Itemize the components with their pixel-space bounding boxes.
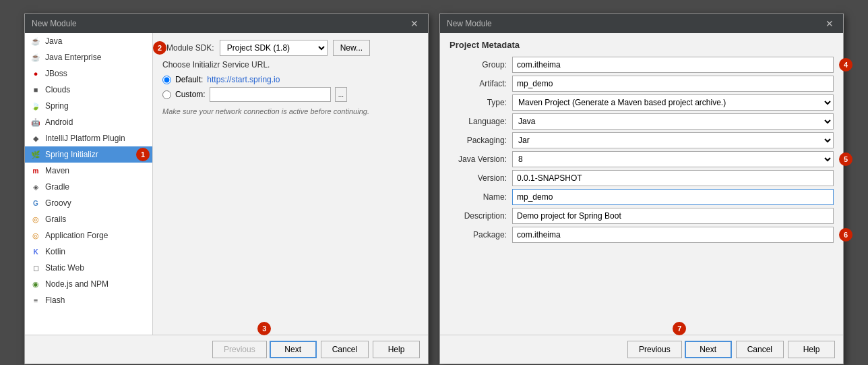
group-input[interactable] — [512, 57, 834, 73]
type-select[interactable]: Maven Project (Generate a Maven based pr… — [512, 94, 834, 111]
sdk-label: Module SDK: — [166, 43, 214, 53]
version-field-row: Version: — [450, 170, 834, 186]
sidebar-item-grails[interactable]: ◎ Grails — [25, 211, 152, 227]
dialog2-close-button[interactable]: ✕ — [823, 18, 836, 29]
annotation-6: 6 — [839, 228, 852, 242]
dialog2-next-button[interactable]: Next — [685, 341, 732, 358]
description-label: Description: — [450, 211, 507, 221]
custom-url-input[interactable] — [210, 87, 331, 102]
dialog2-cancel-button[interactable]: Cancel — [736, 341, 784, 358]
flash-icon: ≡ — [30, 295, 41, 306]
sdk-new-button[interactable]: New... — [333, 40, 370, 56]
package-label: Package: — [450, 230, 507, 240]
default-radio-label: Default: — [175, 75, 203, 84]
dialog1-sidebar: ☕ Java ☕ Java Enterprise ● JBoss ■ Cloud… — [25, 33, 153, 335]
sidebar-item-spring[interactable]: 🍃 Spring — [25, 98, 152, 114]
dialog1-content: 2 Module SDK: Project SDK (1.8) New... C… — [153, 33, 428, 335]
sidebar-item-kotlin[interactable]: K Kotlin — [25, 244, 152, 260]
sidebar-item-intellij[interactable]: ◆ IntelliJ Platform Plugin — [25, 130, 152, 146]
group-field-row: Group: 4 — [450, 57, 834, 73]
default-radio[interactable] — [162, 76, 171, 84]
language-field-row: Language: Java — [450, 113, 834, 130]
version-label: Version: — [450, 173, 507, 183]
dialog2-title: New Module — [447, 19, 492, 28]
dialog1-titlebar: New Module ✕ — [25, 14, 428, 33]
spring-icon: 🍃 — [30, 101, 41, 111]
java-version-label: Java Version: — [450, 155, 507, 164]
application-forge-icon: ◎ — [30, 230, 41, 241]
spring-initializr-icon: 🌿 — [30, 149, 41, 160]
sidebar-item-groovy[interactable]: G Groovy — [25, 195, 152, 211]
annotation-3: 3 — [257, 322, 271, 335]
dialog2-content: Project Metadata Group: 4 Artifact: Type… — [440, 33, 843, 335]
sidebar-item-application-forge[interactable]: ◎ Application Forge — [25, 227, 152, 244]
type-label: Type: — [450, 98, 507, 107]
sidebar-item-maven[interactable]: m Maven — [25, 163, 152, 179]
dialog2-previous-button[interactable]: Previous — [627, 341, 682, 358]
sidebar-item-java-label: Java — [45, 36, 62, 46]
custom-url-browse-button[interactable]: ... — [335, 87, 347, 102]
choose-url-label: Choose Initializr Service URL. — [162, 60, 418, 69]
packaging-label: Packaging: — [450, 136, 507, 145]
sidebar-item-intellij-label: IntelliJ Platform Plugin — [45, 134, 125, 143]
name-input[interactable] — [512, 189, 834, 205]
packaging-select[interactable]: Jar — [512, 132, 834, 148]
section-title: Project Metadata — [450, 40, 834, 50]
sidebar-item-nodejs[interactable]: ◉ Node.js and NPM — [25, 276, 152, 292]
version-input[interactable] — [512, 170, 834, 186]
sidebar-item-static-web[interactable]: ◻ Static Web — [25, 260, 152, 276]
language-select[interactable]: Java — [512, 113, 834, 130]
dialog1-next-button[interactable]: Next — [270, 341, 317, 358]
sidebar-item-java[interactable]: ☕ Java — [25, 33, 152, 49]
java-version-select[interactable]: 8 — [512, 151, 834, 167]
android-icon: 🤖 — [30, 117, 41, 128]
dialog2-body: Project Metadata Group: 4 Artifact: Type… — [440, 33, 843, 335]
sidebar-item-android[interactable]: 🤖 Android — [25, 114, 152, 130]
dialog1-previous-button[interactable]: Previous — [212, 341, 267, 358]
default-url-link[interactable]: https://start.spring.io — [207, 75, 280, 84]
language-label: Language: — [450, 117, 507, 126]
custom-radio-row: Custom: ... — [162, 87, 418, 102]
sidebar-item-flash-label: Flash — [45, 296, 65, 305]
default-radio-row: Default: https://start.spring.io — [162, 75, 418, 84]
sidebar-item-spring-label: Spring — [45, 101, 69, 111]
sidebar-item-spring-initializr-label: Spring Initializr — [45, 150, 98, 159]
packaging-field-row: Packaging: Jar — [450, 132, 834, 148]
description-field-row: Description: — [450, 208, 834, 224]
sidebar-item-application-forge-label: Application Forge — [45, 231, 108, 240]
dialog1-help-button[interactable]: Help — [373, 341, 420, 358]
description-input[interactable] — [512, 208, 834, 224]
sidebar-item-kotlin-label: Kotlin — [45, 247, 65, 256]
sidebar-item-spring-initializr[interactable]: 🌿 Spring Initializr 1 — [25, 146, 152, 163]
artifact-input[interactable] — [512, 76, 834, 92]
sidebar-item-clouds[interactable]: ■ Clouds — [25, 82, 152, 98]
annotation-7: 7 — [673, 322, 686, 335]
custom-radio[interactable] — [162, 90, 171, 99]
sidebar-item-grails-label: Grails — [45, 215, 66, 224]
dialog2: New Module ✕ Project Metadata Group: 4 A… — [439, 13, 844, 364]
sidebar-item-jboss-label: JBoss — [45, 69, 67, 78]
dialog1-close-button[interactable]: ✕ — [408, 18, 421, 29]
sidebar-item-groovy-label: Groovy — [45, 198, 71, 208]
sdk-row: 2 Module SDK: Project SDK (1.8) New... — [162, 40, 418, 56]
dialog1-title: New Module — [32, 19, 77, 28]
sidebar-item-jboss[interactable]: ● JBoss — [25, 65, 152, 82]
sidebar-item-flash[interactable]: ≡ Flash — [25, 292, 152, 308]
sdk-select[interactable]: Project SDK (1.8) — [220, 40, 328, 56]
group-label: Group: — [450, 60, 507, 69]
sidebar-item-java-enterprise[interactable]: ☕ Java Enterprise — [25, 49, 152, 65]
dialog1-footer: 3 Previous Next Cancel Help — [25, 335, 428, 364]
name-label: Name: — [450, 192, 507, 202]
artifact-field-row: Artifact: — [450, 76, 834, 92]
dialog1-cancel-button[interactable]: Cancel — [321, 341, 369, 358]
type-field-row: Type: Maven Project (Generate a Maven ba… — [450, 94, 834, 111]
dialog2-titlebar: New Module ✕ — [440, 14, 843, 33]
java-icon: ☕ — [30, 36, 41, 47]
grails-icon: ◎ — [30, 214, 41, 225]
annotation-2: 2 — [153, 41, 166, 55]
sidebar-item-gradle[interactable]: ◈ Gradle — [25, 179, 152, 195]
jboss-icon: ● — [30, 68, 41, 79]
kotlin-icon: K — [30, 246, 41, 257]
dialog2-help-button[interactable]: Help — [788, 341, 835, 358]
package-input[interactable] — [512, 227, 834, 243]
